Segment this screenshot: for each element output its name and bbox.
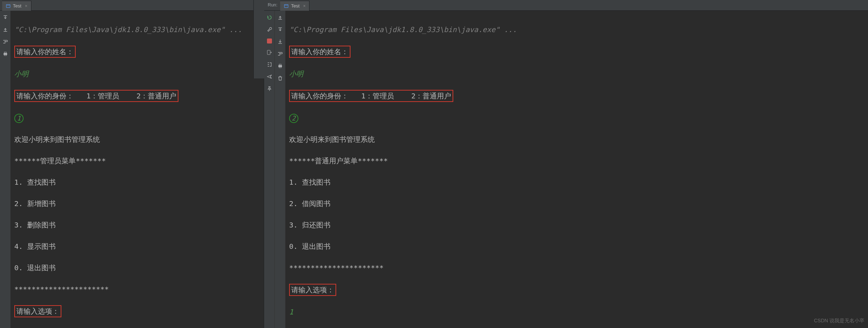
left-side-toolbar — [253, 0, 264, 78]
run-config-icon — [6, 4, 11, 9]
svg-rect-8 — [267, 50, 270, 55]
menu-item: 1. 查找图书 — [289, 177, 864, 188]
tab-test-left[interactable]: Test × — [2, 1, 31, 11]
svg-rect-7 — [284, 4, 288, 7]
prompt-name: 请输入你的姓名： — [289, 46, 350, 58]
exit-icon[interactable] — [266, 49, 273, 56]
menu-header: ******普通用户菜单******* — [289, 155, 864, 166]
prompt-option: 请输入选项： — [289, 284, 336, 296]
tree-icon[interactable] — [266, 61, 273, 68]
send-icon[interactable] — [266, 73, 273, 80]
left-tabbar: Test × — [0, 0, 264, 11]
step-down-icon[interactable] — [2, 14, 9, 21]
right-pane: Run: Test × — [264, 0, 868, 328]
close-icon[interactable]: × — [303, 4, 306, 9]
pin-icon[interactable] — [266, 86, 273, 92]
svg-rect-2 — [4, 52, 6, 53]
svg-rect-10 — [279, 64, 281, 65]
prompt-name: 请输入你的姓名： — [14, 46, 76, 58]
menu-item: 0. 退出图书 — [14, 262, 260, 273]
run-config-icon — [284, 4, 289, 9]
prompt-role: 请输入你的身份： 1：管理员 2：普通用户 — [289, 90, 453, 102]
welcome-text: 欢迎小明来到图书管理系统 — [289, 134, 864, 145]
svg-rect-11 — [279, 67, 281, 68]
delete-icon[interactable] — [277, 75, 283, 81]
print-icon[interactable] — [2, 51, 9, 57]
tab-label: Test — [291, 3, 299, 9]
right-gutter-1 — [264, 11, 275, 328]
close-icon[interactable]: × — [25, 4, 27, 9]
print-icon[interactable] — [277, 63, 283, 69]
input-name: 小明 — [289, 68, 864, 79]
prompt-role: 请输入你的身份： 1：管理员 2：普通用户 — [14, 90, 178, 102]
prompt-option: 请输入选项： — [14, 305, 61, 317]
menu-header: ******管理员菜单******* — [14, 155, 260, 166]
left-gutter — [0, 11, 11, 328]
run-command: "C:\Program Files\Java\jdk1.8.0_333\bin\… — [14, 24, 260, 35]
step-up-icon[interactable] — [277, 14, 283, 21]
right-console[interactable]: "C:\Program Files\Java\jdk1.8.0_333\bin\… — [286, 11, 868, 328]
wrap-icon[interactable] — [2, 39, 9, 45]
menu-item: 0. 退出图书 — [289, 241, 864, 252]
wrench-icon[interactable] — [266, 26, 273, 33]
divider: ********************** — [289, 262, 864, 273]
menu-item: 2. 借阅图书 — [289, 198, 864, 209]
rerun-icon[interactable] — [266, 14, 273, 21]
tab-test-right[interactable]: Test × — [280, 1, 309, 11]
menu-item: 4. 显示图书 — [14, 241, 260, 252]
step-up-icon[interactable] — [2, 26, 9, 33]
input-option: 1 — [289, 307, 864, 317]
menu-item: 3. 归还图书 — [289, 220, 864, 230]
run-command: "C:\Program Files\Java\jdk1.8.0_333\bin\… — [289, 24, 864, 35]
welcome-text: 欢迎小明来到图书管理系统 — [14, 134, 260, 145]
run-label: Run: — [266, 0, 280, 10]
menu-item: 3. 删除图书 — [14, 220, 260, 230]
input-role: 1 — [14, 114, 24, 123]
watermark: CSDN 说我是无名小卒 — [814, 315, 864, 326]
right-tabbar: Run: Test × — [264, 0, 868, 11]
step-down-icon[interactable] — [277, 26, 283, 33]
menu-item: 1. 查找图书 — [14, 177, 260, 188]
right-gutter-2 — [275, 11, 286, 328]
svg-rect-3 — [4, 55, 6, 56]
left-pane: Test × "C:\Program Files\Java\jdk1.8.0_3… — [0, 0, 264, 328]
wrap-icon[interactable] — [277, 51, 283, 57]
input-name: 小明 — [14, 68, 260, 79]
stop-icon[interactable] — [267, 39, 272, 43]
download-icon[interactable] — [277, 39, 283, 45]
svg-rect-0 — [6, 4, 10, 7]
tab-label: Test — [13, 3, 21, 9]
divider: ********************** — [14, 284, 260, 294]
left-console[interactable]: "C:\Program Files\Java\jdk1.8.0_333\bin\… — [11, 11, 264, 328]
menu-item: 2. 新增图书 — [14, 198, 260, 209]
input-role: 2 — [289, 114, 298, 123]
